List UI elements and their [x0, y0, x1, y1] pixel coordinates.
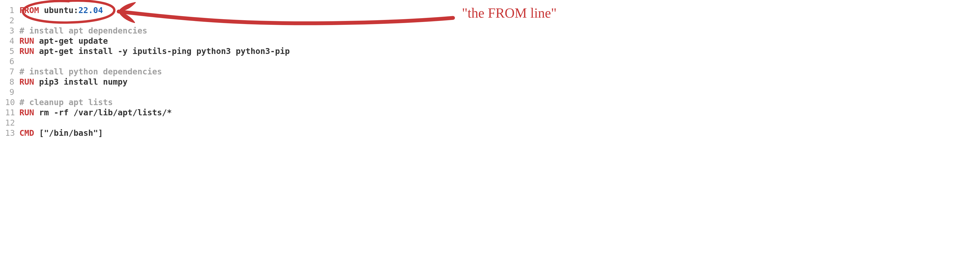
code-content: # install apt dependencies: [19, 26, 147, 36]
token-string: "/bin/bash": [44, 128, 98, 138]
code-content: FROM ubuntu:22.04: [19, 5, 103, 15]
token-plain: apt-get update: [34, 36, 108, 46]
code-content: RUN pip3 install numpy: [19, 77, 127, 87]
code-line: 13 CMD ["/bin/bash"]: [5, 128, 980, 138]
line-number: 5: [5, 46, 19, 56]
line-number: 6: [5, 56, 19, 67]
line-number: 7: [5, 67, 19, 77]
code-content: [19, 15, 24, 26]
code-block: 1 FROM ubuntu:22.04 2 3 # install apt de…: [0, 5, 980, 138]
line-number: 8: [5, 77, 19, 87]
code-line: 10 # cleanup apt lists: [5, 97, 980, 107]
token-comment: # install python dependencies: [19, 67, 162, 77]
code-line: 1 FROM ubuntu:22.04: [5, 5, 980, 15]
token-plain: ]: [98, 128, 103, 138]
token-plain: apt-get install -y iputils-ping python3 …: [34, 46, 290, 56]
code-line: 2: [5, 15, 980, 26]
token-plain: rm -rf /var/lib/apt/lists/*: [34, 108, 172, 117]
line-number: 2: [5, 15, 19, 26]
code-line: 11 RUN rm -rf /var/lib/apt/lists/*: [5, 107, 980, 118]
token-keyword: RUN: [19, 36, 34, 46]
line-number: 11: [5, 107, 19, 118]
code-content: RUN apt-get update: [19, 36, 108, 46]
code-content: # cleanup apt lists: [19, 97, 113, 107]
line-number: 9: [5, 87, 19, 97]
code-line: 8 RUN pip3 install numpy: [5, 77, 980, 87]
token-keyword: CMD: [19, 128, 34, 138]
token-keyword: RUN: [19, 77, 34, 87]
token-plain: [: [34, 128, 44, 138]
code-line: 9: [5, 87, 980, 97]
token-comment: # install apt dependencies: [19, 26, 147, 35]
line-number: 13: [5, 128, 19, 138]
token-number: 22.04: [78, 5, 103, 15]
code-line: 5 RUN apt-get install -y iputils-ping py…: [5, 46, 980, 56]
token-plain: ubuntu:: [39, 5, 78, 15]
code-content: # install python dependencies: [19, 67, 162, 77]
line-number: 10: [5, 97, 19, 107]
code-line: 6: [5, 56, 980, 67]
code-content: [19, 118, 24, 128]
code-line: 3 # install apt dependencies: [5, 26, 980, 36]
line-number: 1: [5, 5, 19, 15]
line-number: 12: [5, 118, 19, 128]
code-line: 7 # install python dependencies: [5, 67, 980, 77]
line-number: 3: [5, 26, 19, 36]
token-keyword: RUN: [19, 108, 34, 117]
code-line: 12: [5, 118, 980, 128]
token-plain: pip3 install numpy: [34, 77, 127, 87]
code-content: RUN apt-get install -y iputils-ping pyth…: [19, 46, 290, 56]
token-keyword: RUN: [19, 46, 34, 56]
code-content: RUN rm -rf /var/lib/apt/lists/*: [19, 107, 172, 118]
token-keyword: FROM: [19, 5, 39, 15]
code-line: 4 RUN apt-get update: [5, 36, 980, 46]
code-content: [19, 87, 24, 97]
code-content: CMD ["/bin/bash"]: [19, 128, 103, 138]
line-number: 4: [5, 36, 19, 46]
code-content: [19, 56, 24, 67]
token-comment: # cleanup apt lists: [19, 98, 113, 107]
